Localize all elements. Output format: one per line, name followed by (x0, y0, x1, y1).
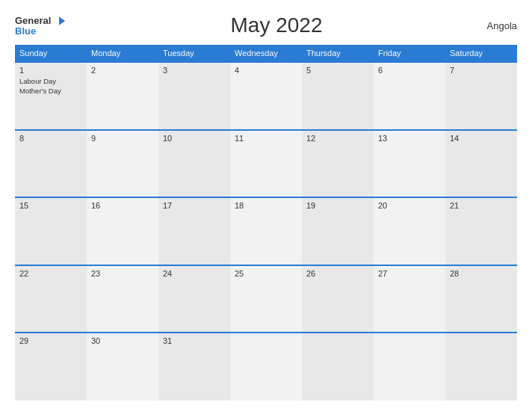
header-thursday: Thursday (302, 45, 374, 62)
calendar-page: General Blue May 2022 Angola Sunday Mond… (0, 0, 532, 411)
day-17: 17 (158, 197, 230, 265)
calendar-title: May 2022 (230, 13, 322, 37)
logo-general-text: General (15, 16, 51, 25)
week-row-3: 15 16 17 18 19 20 21 (15, 197, 517, 265)
week-row-1: 1 Labour Day Mother's Day 2 3 4 5 6 7 (15, 62, 517, 130)
day-28: 28 (445, 265, 517, 333)
logo-flag-icon (52, 16, 66, 26)
day-29: 29 (15, 333, 87, 401)
header-wednesday: Wednesday (230, 45, 302, 62)
day-20: 20 (374, 197, 445, 265)
day-15: 15 (15, 197, 87, 265)
day-11: 11 (230, 130, 302, 198)
day-14: 14 (445, 130, 517, 198)
day-18: 18 (230, 197, 302, 265)
header-sunday: Sunday (15, 45, 87, 62)
day-empty-4 (445, 333, 517, 401)
day-empty-3 (374, 333, 445, 401)
day-21: 21 (445, 197, 517, 265)
logo-blue-text: Blue (15, 26, 36, 36)
header-friday: Friday (374, 45, 445, 62)
header-tuesday: Tuesday (158, 45, 230, 62)
day-1: 1 Labour Day Mother's Day (15, 62, 87, 130)
day-26: 26 (302, 265, 374, 333)
header-saturday: Saturday (445, 45, 517, 62)
day-25: 25 (230, 265, 302, 333)
day-12: 12 (302, 130, 374, 198)
day-16: 16 (87, 197, 158, 265)
day-8: 8 (15, 130, 87, 198)
day-empty-2 (302, 333, 374, 401)
day-7: 7 (445, 62, 517, 130)
day-6: 6 (374, 62, 445, 130)
week-row-2: 8 9 10 11 12 13 14 (15, 130, 517, 198)
days-header-row: Sunday Monday Tuesday Wednesday Thursday… (15, 45, 517, 62)
day-2: 2 (87, 62, 158, 130)
day-9: 9 (87, 130, 158, 198)
day-empty-1 (230, 333, 302, 401)
day-22: 22 (15, 265, 87, 333)
day-31: 31 (158, 333, 230, 401)
day-27: 27 (374, 265, 445, 333)
day-30: 30 (87, 333, 158, 401)
day-13: 13 (374, 130, 445, 198)
week-row-4: 22 23 24 25 26 27 28 (15, 265, 517, 333)
header-monday: Monday (87, 45, 158, 62)
day-10: 10 (158, 130, 230, 198)
day-4: 4 (230, 62, 302, 130)
logo: General Blue (15, 16, 66, 36)
day-3: 3 (158, 62, 230, 130)
country-label: Angola (487, 20, 517, 31)
calendar-table: Sunday Monday Tuesday Wednesday Thursday… (15, 45, 517, 401)
day-19: 19 (302, 197, 374, 265)
day-5: 5 (302, 62, 374, 130)
header: General Blue May 2022 Angola (15, 13, 517, 37)
day-24: 24 (158, 265, 230, 333)
day-23: 23 (87, 265, 158, 333)
week-row-5: 29 30 31 (15, 333, 517, 401)
